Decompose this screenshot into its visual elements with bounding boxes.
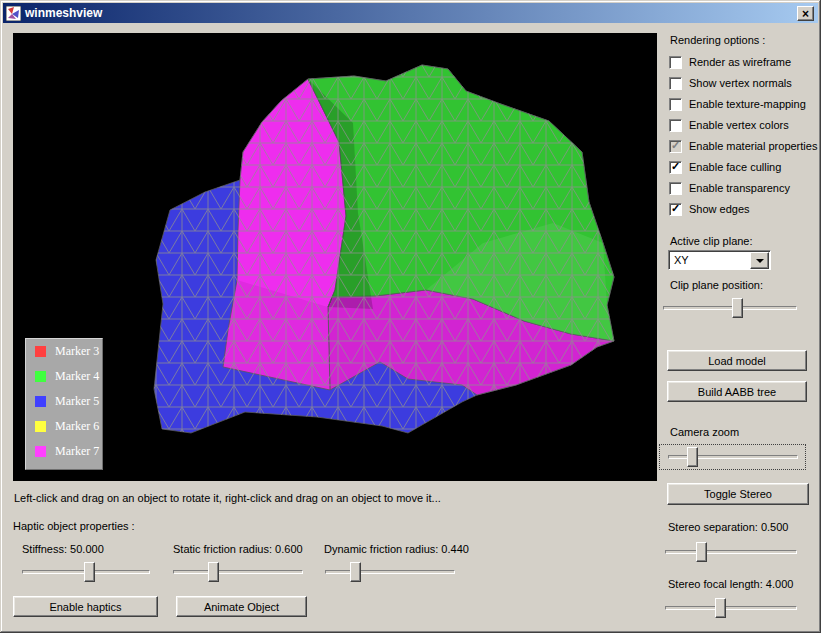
dynamic-friction-slider[interactable] [325,562,455,582]
titlebar[interactable]: winmeshview × [3,3,818,23]
static-friction-label: Static friction radius: 0.600 [173,543,303,555]
rendering-options-title: Rendering options : [670,34,765,46]
legend-item: Marker 5 [26,389,102,414]
animate-object-button[interactable]: Animate Object [176,596,307,617]
check-icon: ✓ [671,140,680,151]
option-row-enable-transparency[interactable]: Enable transparency [669,181,790,195]
marker-legend: Marker 3Marker 4Marker 5Marker 6Marker 7 [25,338,103,470]
checkbox-enable-vertex-colors[interactable] [669,119,682,132]
checkbox-label: Show vertex normals [689,77,792,89]
marker-label: Marker 4 [55,369,99,384]
checkbox-label: Show edges [689,203,750,215]
clip-plane-select[interactable]: XY [668,250,771,270]
mesh-render [13,33,657,481]
marker-label: Marker 6 [55,419,99,434]
clip-plane-value: XY [674,254,689,266]
haptic-properties-title: Haptic object properties : [13,520,135,532]
option-row-enable-material-properties[interactable]: ✓Enable material properties [669,139,817,153]
chevron-down-icon[interactable] [750,252,769,269]
checkbox-label: Enable face culling [689,161,781,173]
option-row-show-vertex-normals[interactable]: Show vertex normals [669,76,792,90]
stereo-focal-length-slider-track[interactable] [665,606,797,610]
checkbox-label: Enable texture-mapping [689,98,806,110]
marker-label: Marker 7 [55,444,99,459]
clip-plane-position-slider-thumb[interactable] [732,298,743,318]
dynamic-friction-label: Dynamic friction radius: 0.440 [324,543,469,555]
checkbox-enable-transparency[interactable] [669,182,682,195]
marker-color-swatch [35,421,46,432]
legend-item: Marker 4 [26,364,102,389]
stereo-focal-length-label: Stereo focal length: 4.000 [668,578,793,590]
camera-zoom-slider-thumb[interactable] [687,447,698,467]
enable-haptics-button[interactable]: Enable haptics [13,596,158,617]
checkbox-label: Enable vertex colors [689,119,789,131]
instructions-text: Left-click and drag on an object to rota… [14,492,441,504]
option-row-enable-face-culling[interactable]: ✓Enable face culling [669,160,781,174]
stereo-focal-length-slider[interactable] [665,598,797,618]
camera-zoom-slider[interactable] [668,447,798,467]
stiffness-slider[interactable] [22,562,150,582]
marker-color-swatch [35,446,46,457]
static-friction-slider-track[interactable] [173,570,303,574]
static-friction-slider[interactable] [173,562,303,582]
marker-color-swatch [35,396,46,407]
legend-item: Marker 7 [26,439,102,464]
checkbox-enable-material-properties[interactable]: ✓ [669,140,682,153]
dynamic-friction-slider-thumb[interactable] [350,562,361,582]
marker-color-swatch [35,346,46,357]
checkbox-enable-texture-mapping[interactable] [669,98,682,111]
checkbox-label: Enable transparency [689,182,790,194]
app-window: winmeshview × [0,0,821,633]
clip-plane-position-slider[interactable] [663,298,797,318]
checkbox-label: Render as wireframe [689,56,791,68]
camera-zoom-label: Camera zoom [670,426,739,438]
static-friction-slider-thumb[interactable] [208,562,219,582]
viewport-3d[interactable]: Marker 3Marker 4Marker 5Marker 6Marker 7 [13,33,657,481]
legend-item: Marker 6 [26,414,102,439]
stiffness-slider-thumb[interactable] [84,562,95,582]
checkbox-label: Enable material properties [689,140,817,152]
marker-color-swatch [35,371,46,382]
checkbox-render-as-wireframe[interactable] [669,56,682,69]
check-icon: ✓ [671,161,680,172]
option-row-enable-texture-mapping[interactable]: Enable texture-mapping [669,97,806,111]
marker-label: Marker 5 [55,394,99,409]
load-model-button[interactable]: Load model [667,350,807,371]
window-title: winmeshview [25,6,102,20]
checkbox-show-edges[interactable]: ✓ [669,203,682,216]
toggle-stereo-button[interactable]: Toggle Stereo [667,483,809,505]
build-aabb-tree-button[interactable]: Build AABB tree [667,381,807,402]
dynamic-friction-slider-track[interactable] [325,570,455,574]
check-icon: ✓ [671,203,680,214]
close-button[interactable]: × [797,6,814,21]
checkbox-show-vertex-normals[interactable] [669,77,682,90]
clip-plane-position-label: Clip plane position: [670,279,763,291]
stereo-separation-slider-track[interactable] [665,550,797,554]
legend-item: Marker 3 [26,339,102,364]
app-icon[interactable] [6,6,21,21]
clip-plane-label: Active clip plane: [670,235,753,247]
option-row-enable-vertex-colors[interactable]: Enable vertex colors [669,118,789,132]
option-row-render-as-wireframe[interactable]: Render as wireframe [669,55,791,69]
stiffness-label: Stiffness: 50.000 [22,543,104,555]
stereo-focal-length-slider-thumb[interactable] [715,598,726,618]
stereo-separation-label: Stereo separation: 0.500 [668,521,788,533]
stereo-separation-slider-thumb[interactable] [696,542,707,562]
marker-label: Marker 3 [55,344,99,359]
clip-plane-position-slider-track[interactable] [663,306,797,310]
option-row-show-edges[interactable]: ✓Show edges [669,202,750,216]
checkbox-enable-face-culling[interactable]: ✓ [669,161,682,174]
stereo-separation-slider[interactable] [665,542,797,562]
close-icon: × [802,8,809,20]
